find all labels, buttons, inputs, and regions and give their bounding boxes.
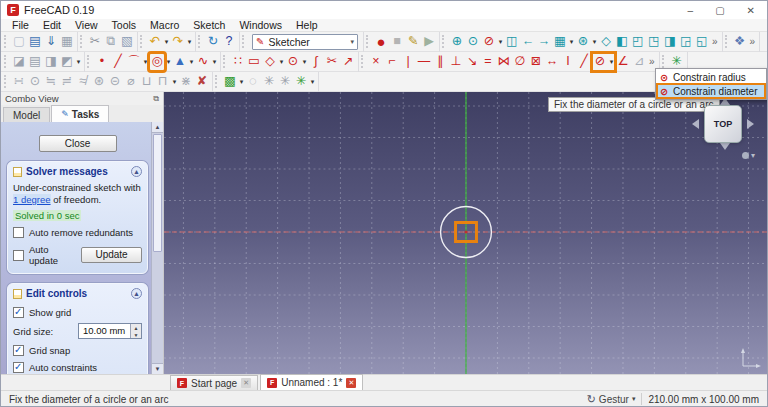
toggle-driving-button[interactable]: ⊝ bbox=[107, 73, 123, 91]
show-grid-checkbox[interactable] bbox=[13, 307, 24, 318]
symmetry-tool-dropdown-arrow[interactable]: ▾ bbox=[171, 78, 178, 86]
extend-edge-button[interactable]: ↗ bbox=[340, 53, 356, 71]
constrain-angle-button[interactable]: ∠ bbox=[615, 53, 631, 71]
constrain-radius-diameter-button[interactable]: ⊘ bbox=[592, 53, 608, 71]
create-line-button[interactable]: ╱ bbox=[110, 53, 126, 71]
tab-unnamed-document[interactable]: F Unnamed : 1* ✕ bbox=[260, 374, 363, 390]
structure-overflow[interactable]: » bbox=[748, 36, 758, 47]
spin-up-button[interactable]: ▲ bbox=[131, 324, 141, 331]
symmetry-tool-button[interactable]: ⊓ bbox=[155, 73, 171, 91]
view-right-button[interactable]: ◳ bbox=[646, 33, 662, 51]
nav-back-button[interactable]: ← bbox=[520, 33, 536, 51]
constrain-radius-diameter-dropdown-arrow[interactable]: ▾ bbox=[608, 58, 615, 66]
menu-help[interactable]: Help bbox=[289, 19, 325, 31]
menu-sketch[interactable]: Sketch bbox=[186, 19, 232, 31]
fit-all-button[interactable]: ⊕ bbox=[449, 33, 465, 51]
create-polygon-button[interactable]: ◇ bbox=[262, 53, 278, 71]
spin-down-button[interactable]: ▼ bbox=[131, 331, 141, 338]
view-front-button[interactable]: ◧ bbox=[614, 33, 630, 51]
bspline-comb-button[interactable]: ✳ bbox=[293, 73, 309, 91]
nav-cube-button[interactable]: ▦ bbox=[552, 33, 568, 51]
leave-sketch-button[interactable]: ◨ bbox=[43, 53, 59, 71]
update-button[interactable]: Update bbox=[81, 247, 142, 263]
select-origin-button[interactable]: ⊙ bbox=[27, 73, 43, 91]
auto-remove-redundants-checkbox[interactable] bbox=[13, 227, 24, 238]
constrain-coincident-button[interactable]: × bbox=[368, 53, 384, 71]
create-conic-dropdown-arrow[interactable]: ▾ bbox=[188, 58, 195, 66]
grid-snap-checkbox[interactable] bbox=[13, 345, 24, 356]
constrain-block-button[interactable]: ∅ bbox=[512, 53, 528, 71]
macro-edit-button[interactable]: ✎ bbox=[405, 33, 421, 51]
create-polygon-dropdown-arrow[interactable]: ▾ bbox=[278, 58, 285, 66]
copy-button[interactable]: ⧉ bbox=[103, 33, 119, 51]
scroll-down-button[interactable]: ▼ bbox=[152, 363, 163, 374]
nav-cube-caret-icon[interactable]: ▾ bbox=[751, 151, 755, 160]
close-button[interactable]: ✕ bbox=[747, 5, 755, 16]
constrain-distance-button[interactable]: ╱ bbox=[576, 53, 592, 71]
constrain-horizontal-button[interactable]: — bbox=[416, 53, 432, 71]
trim-edge-button[interactable]: ✂ bbox=[324, 53, 340, 71]
constrain-vertical-button[interactable]: | bbox=[400, 53, 416, 71]
new-file-button[interactable]: ▢ bbox=[11, 33, 27, 51]
select-vertical-axis-button[interactable]: ≓ bbox=[59, 73, 75, 91]
tab-close-icon[interactable]: ✕ bbox=[241, 378, 251, 388]
circle-center-point[interactable] bbox=[464, 230, 467, 233]
toggle-active-button[interactable]: ⌀ bbox=[123, 73, 139, 91]
constrain-tangent-button[interactable]: ↘ bbox=[464, 53, 480, 71]
create-arc-dropdown-arrow[interactable]: ▾ bbox=[142, 58, 149, 66]
create-circle-button[interactable]: ◎ bbox=[149, 53, 165, 71]
scrollbar-thumb[interactable] bbox=[153, 134, 162, 252]
constrain-h-distance-button[interactable]: ↔ bbox=[544, 53, 560, 71]
show-internal-geometry-button[interactable]: ⊔ bbox=[139, 73, 155, 91]
draw-style-dropdown-arrow[interactable]: ▾ bbox=[591, 38, 598, 46]
map-sketch-button[interactable]: ◩ bbox=[59, 53, 75, 71]
grid-size-spinbox[interactable]: 10.00 mm ▲ ▼ bbox=[78, 323, 142, 339]
auto-constraints-checkbox[interactable] bbox=[13, 362, 24, 373]
menu-windows[interactable]: Windows bbox=[232, 19, 289, 31]
minimize-button[interactable]: – bbox=[688, 5, 694, 16]
create-sketch-button[interactable]: ◪ bbox=[11, 53, 27, 71]
create-conic-button[interactable]: ▲ bbox=[172, 53, 188, 71]
menu-file[interactable]: File bbox=[5, 19, 36, 31]
bspline-degree-button[interactable]: ◌ bbox=[245, 73, 261, 91]
constrain-lock-button[interactable]: ⊠ bbox=[528, 53, 544, 71]
save-button[interactable]: ⇓ bbox=[43, 33, 59, 51]
create-point-button[interactable]: • bbox=[94, 53, 110, 71]
view-isometric-button[interactable]: ◇ bbox=[598, 33, 614, 51]
select-redundant-button[interactable]: ⊛ bbox=[91, 73, 107, 91]
constrain-equal-button[interactable]: = bbox=[480, 53, 496, 71]
draw-style-button[interactable]: ⊛ bbox=[575, 33, 591, 51]
dof-link[interactable]: 1 degree bbox=[13, 194, 51, 205]
macro-record-button[interactable]: ● bbox=[373, 33, 389, 51]
collapse-section-button[interactable]: ▲ bbox=[131, 288, 142, 299]
menu-view[interactable]: View bbox=[68, 19, 105, 31]
float-panel-icon[interactable]: ⧉ bbox=[153, 94, 159, 104]
navigation-cube[interactable]: TOP ▾ bbox=[695, 102, 751, 158]
create-bspline-button[interactable]: ∫ bbox=[308, 53, 324, 71]
nav-forward-button[interactable]: → bbox=[536, 33, 552, 51]
navigation-style-selector[interactable]: ↻ Gestur ▾ bbox=[587, 393, 636, 406]
refresh-button[interactable]: ↻ bbox=[205, 33, 221, 51]
zoom-selection-button[interactable]: ⊙ bbox=[465, 33, 481, 51]
menu-item-constrain-radius[interactable]: ⊙Constrain radius bbox=[657, 70, 765, 84]
constrain-v-distance-button[interactable]: I bbox=[560, 53, 576, 71]
menu-macro[interactable]: Macro bbox=[143, 19, 186, 31]
axonometric-button[interactable]: ◫ bbox=[504, 33, 520, 51]
select-conflicting-button[interactable]: ≉ bbox=[75, 73, 91, 91]
constrain-symmetric-button[interactable]: ⋈ bbox=[496, 53, 512, 71]
view-overflow[interactable]: » bbox=[710, 36, 720, 47]
select-constraints-button[interactable]: ∺ bbox=[11, 73, 27, 91]
close-task-button[interactable]: Close bbox=[39, 135, 117, 152]
macro-stop-button[interactable]: ■ bbox=[389, 33, 405, 51]
macro-play-button[interactable]: ▶ bbox=[421, 33, 437, 51]
view-rear-button[interactable]: ◨ bbox=[662, 33, 678, 51]
map-sketch-dropdown-arrow[interactable]: ▾ bbox=[75, 58, 82, 66]
constrain-point-on-object-button[interactable]: ⌐ bbox=[384, 53, 400, 71]
menu-tools[interactable]: Tools bbox=[105, 19, 144, 31]
view-left-button[interactable]: ◱ bbox=[694, 33, 710, 51]
create-rectangle-button[interactable]: ▭ bbox=[246, 53, 262, 71]
select-horizontal-axis-button[interactable]: ≒ bbox=[43, 73, 59, 91]
view-bottom-button[interactable]: ◲ bbox=[678, 33, 694, 51]
constrain-snell-button[interactable]: ⊿ bbox=[631, 53, 647, 71]
nav-cube-dropdown-arrow[interactable]: ▾ bbox=[568, 38, 575, 46]
